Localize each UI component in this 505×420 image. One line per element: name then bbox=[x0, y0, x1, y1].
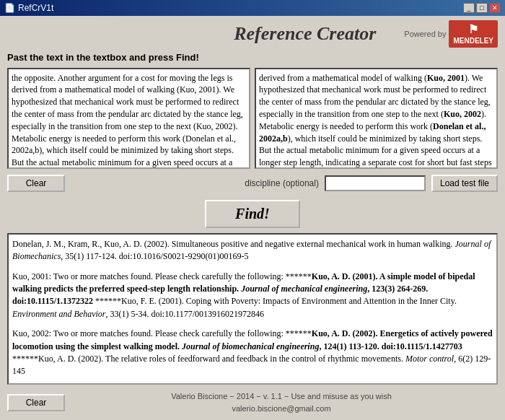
mendeley-icon: ⚑ bbox=[468, 23, 478, 36]
left-text-content: the opposite. Another argument for a cos… bbox=[12, 73, 245, 169]
subtitle: Past the text in the textbox and press F… bbox=[7, 52, 498, 63]
header-row: Reference Creator Powered by ⚑ MENDELEY bbox=[7, 20, 498, 48]
controls-row: Clear discipline (optional) Load test fi… bbox=[7, 172, 498, 195]
result-block-3: Kuo, 2002: Two or more matches found. Pl… bbox=[12, 328, 493, 378]
load-test-button[interactable]: Load test file bbox=[431, 175, 498, 192]
highlight-kuo2002-1: Kuo, 2002 bbox=[444, 109, 481, 119]
footer-line1: Valerio Biscione − 2014 − v. 1.1 − Use a… bbox=[65, 390, 498, 403]
discipline-label: discipline (optional) bbox=[245, 178, 319, 188]
bottom-row: Clear Valerio Biscione − 2014 − v. 1.1 −… bbox=[7, 388, 498, 416]
app-title: Reference Creator bbox=[206, 23, 404, 45]
highlight-kuo2001-1: Kuo, 2001 bbox=[427, 73, 465, 83]
result-3-prefix: Kuo, 2002: Two or more matches found. Pl… bbox=[12, 328, 312, 338]
result-block-2: Kuo, 2001: Two or more matches found. Pl… bbox=[12, 271, 493, 321]
powered-by-label: Powered by bbox=[404, 30, 446, 38]
left-text-area[interactable]: the opposite. Another argument for a cos… bbox=[7, 68, 250, 169]
window-title: RefCrV1t bbox=[18, 3, 53, 13]
results-area[interactable]: Donelan, J. M., Kram, R., Kuo, A. D. (20… bbox=[7, 233, 498, 385]
app-icon: 📄 bbox=[4, 3, 15, 13]
mendeley-label: MENDELEY bbox=[453, 37, 493, 45]
mendeley-logo: ⚑ MENDELEY bbox=[449, 20, 498, 48]
close-button[interactable]: ✕ bbox=[489, 3, 501, 13]
discipline-input[interactable] bbox=[325, 175, 426, 191]
find-row: Find! bbox=[7, 198, 498, 230]
title-bar-left: 📄 RefCrV1t bbox=[4, 3, 53, 13]
right-text-area[interactable]: derived from a mathematical model of wal… bbox=[255, 68, 498, 169]
maximize-button[interactable]: □ bbox=[476, 3, 488, 13]
result-block-1: Donelan, J. M., Kram, R., Kuo, A. D. (20… bbox=[12, 238, 493, 263]
minimize-button[interactable]: _ bbox=[463, 3, 475, 13]
result-1-text: Donelan, J. M., Kram, R., Kuo, A. D. (20… bbox=[12, 239, 491, 261]
title-bar: 📄 RefCrV1t _ □ ✕ bbox=[0, 0, 505, 16]
main-content: Reference Creator Powered by ⚑ MENDELEY … bbox=[0, 16, 505, 420]
footer-text: Valerio Biscione − 2014 − v. 1.1 − Use a… bbox=[65, 390, 498, 414]
clear-bottom-button[interactable]: Clear bbox=[7, 394, 65, 411]
text-areas-row: the opposite. Another argument for a cos… bbox=[7, 68, 498, 169]
result-2-prefix: Kuo, 2001: Two or more matches found. Pl… bbox=[12, 271, 312, 281]
find-button[interactable]: Find! bbox=[205, 200, 300, 228]
powered-by: Powered by ⚑ MENDELEY bbox=[404, 20, 498, 48]
highlight-donelan: Donelan et al., 2002a,b bbox=[259, 121, 486, 144]
footer-line2: valerio.biscione@gmail.com bbox=[65, 403, 498, 415]
result-3-suffix: ******Kuo, A. D. (2002). The relative ro… bbox=[12, 354, 491, 376]
title-bar-controls[interactable]: _ □ ✕ bbox=[463, 3, 501, 13]
clear-top-button[interactable]: Clear bbox=[7, 175, 65, 192]
